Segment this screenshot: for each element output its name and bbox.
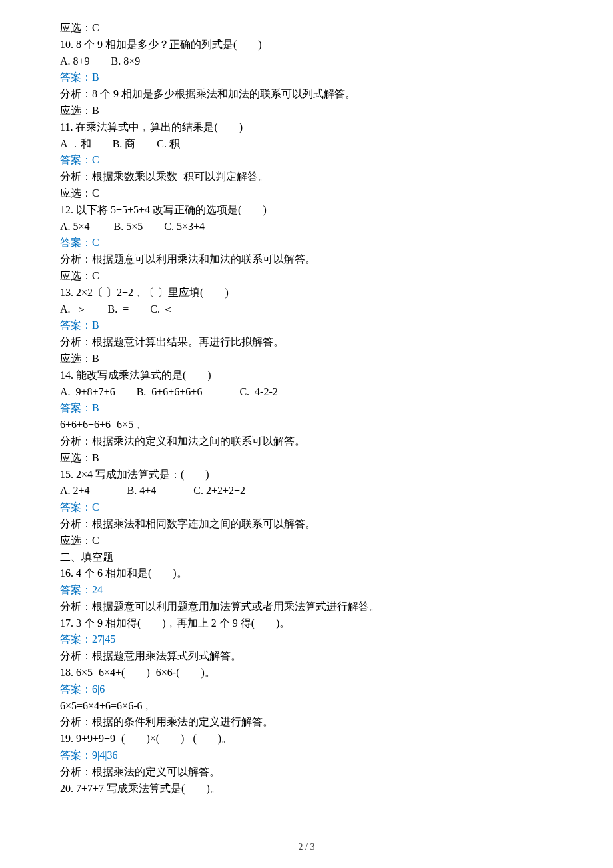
text-line: 6×5=6×4+6=6×6-6﹐ <box>60 698 553 715</box>
text-line: 分析：8 个 9 相加是多少根据乘法和加法的联系可以列式解答。 <box>60 86 553 103</box>
text-line: 应选：B <box>60 351 553 367</box>
answer-line: 答案：C <box>60 235 553 251</box>
text-line: 16. 4 个 6 相加和是( )。 <box>60 565 553 582</box>
answer-line: 答案：27|45 <box>60 631 553 648</box>
text-line: A. 8+9 B. 8×9 <box>60 53 553 70</box>
text-line: 二、填空题 <box>60 549 553 566</box>
answer-line: 答案：6|6 <box>60 681 553 698</box>
text-line: 20. 7+7+7 写成乘法算式是( )。 <box>60 781 553 797</box>
text-line: A. ＞ B. = C. ＜ <box>60 301 553 318</box>
page-footer: 2 / 3 <box>0 840 613 855</box>
text-line: 10. 8 个 9 相加是多少？正确的列式是( ) <box>60 37 553 53</box>
text-line: 6+6+6+6+6=6×5﹐ <box>60 417 553 433</box>
text-line: 11. 在乘法算式中﹐算出的结果是( ) <box>60 119 553 136</box>
text-line: 18. 6×5=6×4+( )=6×6-( )。 <box>60 665 553 681</box>
text-line: A. 2+4 B. 4+4 C. 2+2+2+2 <box>60 483 553 499</box>
text-line: 分析：根据题意可以利用题意用加法算式或者用乘法算式进行解答。 <box>60 599 553 615</box>
text-line: 17. 3 个 9 相加得( )﹐再加上 2 个 9 得( )。 <box>60 615 553 632</box>
text-line: A. 9+8+7+6 B. 6+6+6+6+6 C. 4-2-2 <box>60 384 553 401</box>
answer-line: 答案：B <box>60 317 553 334</box>
answer-line: 答案：B <box>60 69 553 86</box>
text-line: 分析：根据题意计算出结果。再进行比拟解答。 <box>60 334 553 351</box>
text-line: 15. 2×4 写成加法算式是：( ) <box>60 467 553 483</box>
text-line: 分析：根据乘法和相同数字连加之间的联系可以解答。 <box>60 516 553 533</box>
answer-line: 答案：24 <box>60 582 553 599</box>
text-line: 分析：根据乘法的定义可以解答。 <box>60 764 553 781</box>
text-line: 分析：根据乘数乘以乘数=积可以判定解答。 <box>60 169 553 185</box>
text-line: 应选：C <box>60 185 553 202</box>
text-line: 应选：B <box>60 450 553 467</box>
text-line: 应选：C <box>60 268 553 285</box>
text-line: 分析：根据乘法的定义和加法之间的联系可以解答。 <box>60 433 553 450</box>
text-line: 应选：C <box>60 533 553 549</box>
text-line: A ．和 B. 商 C. 积 <box>60 136 553 153</box>
document-page: 应选：C10. 8 个 9 相加是多少？正确的列式是( )A. 8+9 B. 8… <box>0 0 613 868</box>
answer-line: 答案：C <box>60 499 553 516</box>
text-line: 19. 9+9+9+9=( )×( )= ( )。 <box>60 731 553 747</box>
text-line: 分析：根据题意可以利用乘法和加法的联系可以解答。 <box>60 251 553 268</box>
content-area: 应选：C10. 8 个 9 相加是多少？正确的列式是( )A. 8+9 B. 8… <box>60 20 553 797</box>
answer-line: 答案：B <box>60 400 553 417</box>
text-line: 应选：B <box>60 103 553 119</box>
text-line: 应选：C <box>60 20 553 37</box>
text-line: A. 5×4 B. 5×5 C. 5×3+4 <box>60 219 553 235</box>
answer-line: 答案：9|4|36 <box>60 747 553 764</box>
text-line: 12. 以下将 5+5+5+4 改写正确的选项是( ) <box>60 202 553 219</box>
text-line: 分析：根据题意用乘法算式列式解答。 <box>60 648 553 665</box>
text-line: 13. 2×2〔 〕2+2﹐〔 〕里应填( ) <box>60 285 553 301</box>
text-line: 分析：根据的条件利用乘法的定义进行解答。 <box>60 714 553 731</box>
text-line: 14. 能改写成乘法算式的是( ) <box>60 367 553 384</box>
answer-line: 答案：C <box>60 152 553 169</box>
